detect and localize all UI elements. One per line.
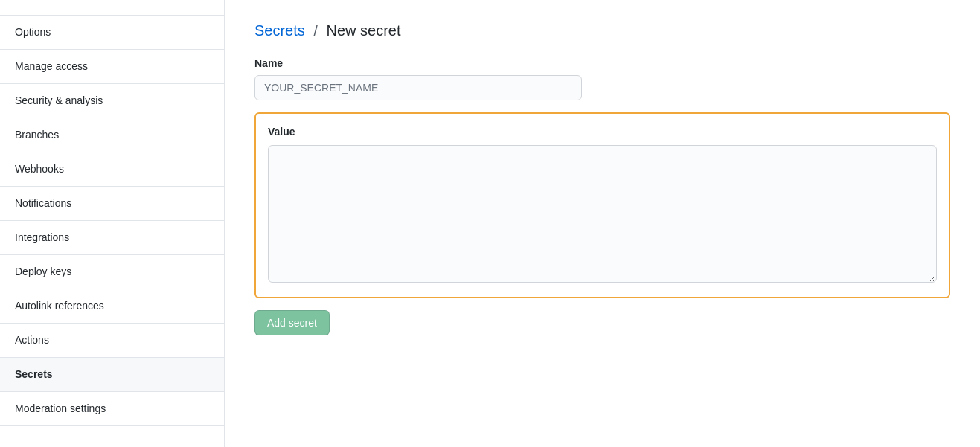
breadcrumb-current: New secret: [327, 22, 401, 39]
value-label: Value: [268, 126, 937, 138]
sidebar-item-security--analysis[interactable]: Security & analysis: [0, 84, 224, 118]
breadcrumb-separator: /: [313, 22, 318, 39]
sidebar-item-branches[interactable]: Branches: [0, 118, 224, 152]
sidebar-item-manage-access[interactable]: Manage access: [0, 50, 224, 84]
sidebar-item-options[interactable]: Options: [0, 15, 224, 50]
sidebar-item-notifications[interactable]: Notifications: [0, 187, 224, 221]
sidebar-item-autolink-references[interactable]: Autolink references: [0, 289, 224, 324]
sidebar-item-secrets[interactable]: Secrets: [0, 358, 224, 392]
main-content: Secrets / New secret Name Value Add secr…: [225, 0, 980, 447]
name-label: Name: [254, 57, 950, 69]
value-section: Value: [254, 112, 950, 298]
sidebar-item-deploy-keys[interactable]: Deploy keys: [0, 255, 224, 289]
breadcrumb-link[interactable]: Secrets: [254, 22, 305, 39]
breadcrumb: Secrets / New secret: [254, 22, 950, 39]
secret-name-input[interactable]: [254, 75, 582, 100]
sidebar-item-integrations[interactable]: Integrations: [0, 221, 224, 255]
secret-value-textarea[interactable]: [268, 145, 937, 283]
add-secret-button[interactable]: Add secret: [254, 310, 330, 335]
sidebar-item-moderation-settings[interactable]: Moderation settings: [0, 392, 224, 426]
sidebar: OptionsManage accessSecurity & analysisB…: [0, 0, 225, 447]
name-field-group: Name: [254, 57, 950, 100]
sidebar-item-webhooks[interactable]: Webhooks: [0, 152, 224, 187]
sidebar-item-actions[interactable]: Actions: [0, 324, 224, 358]
